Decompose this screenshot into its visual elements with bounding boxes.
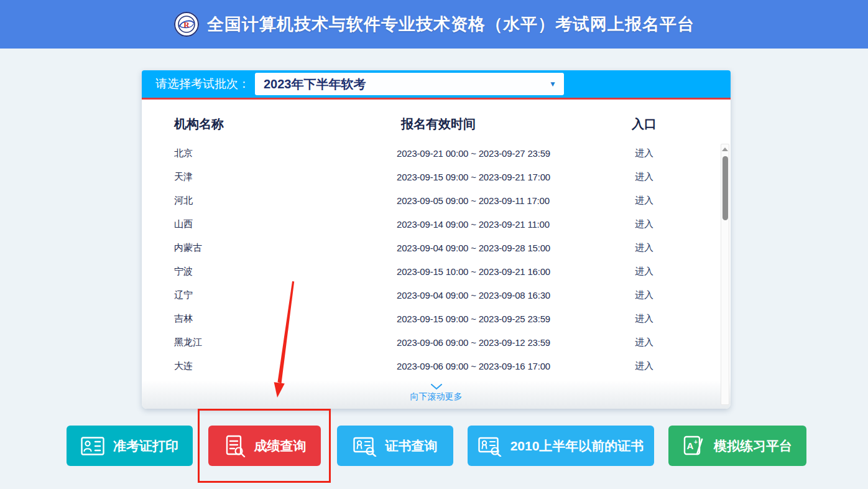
- registration-period: 2023-09-14 09:00 ~ 2023-09-21 11:00: [397, 219, 585, 230]
- entry-link[interactable]: 进入: [585, 360, 703, 372]
- entry-link[interactable]: 进入: [585, 147, 703, 159]
- scrollbar-thumb[interactable]: [723, 156, 728, 220]
- column-header-entry: 入口: [585, 116, 703, 133]
- pre-2010-certificates-button[interactable]: 2010上半年以前的证书: [468, 426, 654, 466]
- org-name: 河北: [174, 195, 397, 207]
- table-row: 河北 2023-09-05 09:00 ~ 2023-09-11 17:00 进…: [142, 189, 731, 212]
- button-label: 模拟练习平台: [714, 437, 792, 455]
- org-name: 黑龙江: [174, 337, 397, 348]
- practice-platform-button[interactable]: A + 模拟练习平台: [668, 426, 806, 466]
- scroll-more-hint: 向下滚动更多: [142, 384, 731, 403]
- svg-text:A: A: [687, 440, 694, 451]
- org-name: 北京: [174, 147, 397, 159]
- entry-link[interactable]: 进入: [585, 266, 703, 277]
- scrollbar-up-arrow-icon[interactable]: [722, 147, 728, 151]
- svg-text:R: R: [183, 20, 190, 29]
- column-header-org: 机构名称: [174, 116, 397, 133]
- button-label: 2010上半年以前的证书: [510, 437, 644, 455]
- table-row: 山西 2023-09-14 09:00 ~ 2023-09-21 11:00 进…: [142, 212, 731, 236]
- column-header-period: 报名有效时间: [397, 116, 585, 133]
- print-admission-ticket-button[interactable]: 准考证打印: [67, 426, 193, 466]
- svg-text:+: +: [694, 439, 698, 445]
- batch-selector-bar: 请选择考试批次： 2023年下半年软考 ▼: [142, 70, 731, 98]
- chevron-down-icon: ▼: [549, 80, 556, 88]
- registration-period: 2023-09-15 09:00 ~ 2023-09-21 17:00: [397, 172, 585, 182]
- scrollbar-track[interactable]: [721, 144, 729, 405]
- exam-batch-panel: 请选择考试批次： 2023年下半年软考 ▼ 机构名称 报名有效时间 入口 北京 …: [142, 70, 731, 409]
- batch-select-value: 2023年下半年软考: [264, 76, 366, 93]
- org-name: 天津: [174, 171, 397, 183]
- org-name: 山西: [174, 218, 397, 230]
- table-row: 黑龙江 2023-09-06 09:00 ~ 2023-09-12 23:59 …: [142, 330, 731, 354]
- org-name: 吉林: [174, 313, 397, 325]
- chevron-down-icon: [431, 384, 442, 390]
- table-row: 吉林 2023-09-15 09:00 ~ 2023-09-25 23:59 进…: [142, 307, 731, 330]
- org-name: 内蒙古: [174, 242, 397, 254]
- score-search-icon: [223, 435, 246, 457]
- entry-link[interactable]: 进入: [585, 218, 703, 230]
- button-label: 准考证打印: [113, 437, 178, 455]
- table-row: 大连 2023-09-06 09:00 ~ 2023-09-16 17:00 进…: [142, 354, 731, 378]
- button-label: 证书查询: [386, 437, 438, 455]
- registration-period: 2023-09-21 00:00 ~ 2023-09-27 23:59: [397, 148, 585, 159]
- site-logo-icon: R: [173, 11, 200, 37]
- registration-period: 2023-09-15 10:00 ~ 2023-09-21 16:00: [397, 266, 585, 277]
- certificate-query-button[interactable]: 证书查询: [337, 426, 453, 466]
- table-row: 北京 2023-09-21 00:00 ~ 2023-09-27 23:59 进…: [142, 141, 731, 165]
- score-query-button[interactable]: 成绩查询: [208, 426, 321, 466]
- org-name: 大连: [174, 360, 397, 372]
- scroll-more-label: 向下滚动更多: [142, 391, 731, 403]
- page-title: 全国计算机技术与软件专业技术资格（水平）考试网上报名平台: [207, 13, 695, 35]
- registration-period: 2023-09-04 09:00 ~ 2023-09-08 16:30: [397, 290, 585, 300]
- certificate-search-icon: [478, 435, 502, 457]
- registration-period: 2023-09-15 09:00 ~ 2023-09-25 23:59: [397, 314, 585, 324]
- entry-link[interactable]: 进入: [585, 171, 703, 183]
- entry-link[interactable]: 进入: [585, 242, 703, 254]
- table-row: 宁波 2023-09-15 10:00 ~ 2023-09-21 16:00 进…: [142, 259, 731, 283]
- table-row: 内蒙古 2023-09-04 09:00 ~ 2023-09-28 15:00 …: [142, 236, 731, 259]
- registration-period: 2023-09-06 09:00 ~ 2023-09-12 23:59: [397, 337, 585, 348]
- registration-period: 2023-09-06 09:00 ~ 2023-09-16 17:00: [397, 361, 585, 371]
- id-card-icon: [81, 437, 104, 455]
- certificate-search-icon: [353, 435, 377, 457]
- top-banner: R 全国计算机技术与软件专业技术资格（水平）考试网上报名平台: [0, 0, 868, 49]
- entry-link[interactable]: 进入: [585, 337, 703, 348]
- registration-period: 2023-09-05 09:00 ~ 2023-09-11 17:00: [397, 195, 585, 206]
- batch-selector-label: 请选择考试批次：: [155, 76, 250, 92]
- table-header: 机构名称 报名有效时间 入口: [142, 100, 731, 141]
- entry-link[interactable]: 进入: [585, 289, 703, 301]
- batch-select[interactable]: 2023年下半年软考 ▼: [255, 73, 564, 95]
- table-body: 北京 2023-09-21 00:00 ~ 2023-09-27 23:59 进…: [142, 141, 731, 378]
- table-row: 辽宁 2023-09-04 09:00 ~ 2023-09-08 16:30 进…: [142, 283, 731, 307]
- practice-icon: A +: [683, 435, 705, 457]
- entry-link[interactable]: 进入: [585, 195, 703, 207]
- org-name: 辽宁: [174, 289, 397, 301]
- button-label: 成绩查询: [254, 437, 307, 455]
- registration-period: 2023-09-04 09:00 ~ 2023-09-28 15:00: [397, 243, 585, 253]
- table-row: 天津 2023-09-15 09:00 ~ 2023-09-21 17:00 进…: [142, 165, 731, 189]
- org-name: 宁波: [174, 266, 397, 277]
- entry-link[interactable]: 进入: [585, 313, 703, 325]
